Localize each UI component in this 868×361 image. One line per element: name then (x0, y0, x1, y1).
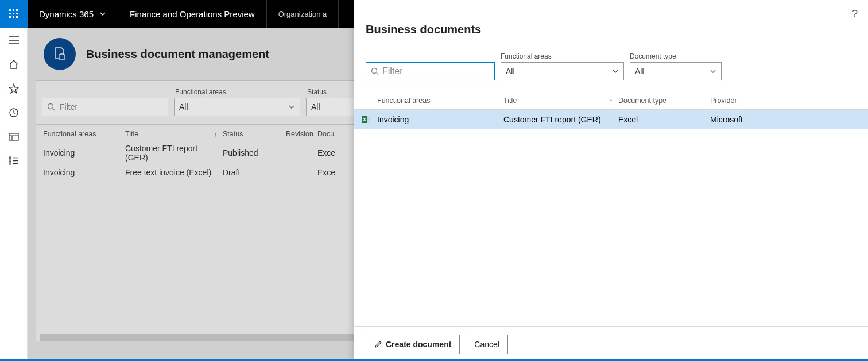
home-icon (9, 59, 19, 70)
chevron-down-icon (288, 103, 295, 110)
modal-filter-input[interactable]: Filter (366, 62, 495, 80)
table-empty-area (354, 129, 868, 326)
clock-icon (9, 107, 19, 118)
col-header-revision[interactable]: Revision (286, 130, 317, 138)
create-document-button[interactable]: Create document (366, 335, 460, 354)
search-icon (371, 67, 379, 75)
bg-functional-areas-select[interactable]: All (174, 98, 300, 116)
modal-functional-areas-label: Functional areas (501, 52, 624, 60)
svg-rect-2 (16, 9, 18, 11)
nav-favorites-button[interactable] (8, 83, 20, 94)
pencil-icon (374, 340, 382, 348)
product-name: Dynamics 365 (39, 9, 94, 19)
cancel-button[interactable]: Cancel (466, 335, 508, 354)
product-subtitle: Finance and Operations Preview (118, 0, 267, 28)
hamburger-icon (9, 36, 19, 44)
col-header-fa[interactable]: Functional areas (36, 130, 125, 138)
bg-functional-areas-label: Functional areas (174, 88, 300, 96)
page-title: Business document management (86, 48, 269, 61)
svg-rect-10 (9, 133, 18, 140)
nav-home-button[interactable] (8, 59, 20, 70)
modal-document-type-label: Document type (630, 52, 722, 60)
col-header-status[interactable]: Status (223, 130, 286, 138)
nav-modules-button[interactable] (8, 155, 20, 167)
svg-rect-19 (367, 119, 370, 121)
modal-table: Functional areas Title ↑ Document type P… (354, 91, 868, 327)
nav-workspaces-button[interactable] (8, 131, 20, 143)
workspace-icon (9, 133, 19, 141)
col-header-title[interactable]: Title ↑ (125, 130, 223, 138)
svg-rect-13 (9, 163, 11, 164)
modal-title: Business documents (354, 0, 868, 36)
nav-recent-button[interactable] (8, 107, 20, 118)
nav-menu-button[interactable] (8, 34, 20, 46)
col-header-document[interactable]: Docu (317, 130, 352, 138)
svg-rect-8 (16, 16, 18, 18)
mcol-header-fa[interactable]: Functional areas (377, 97, 503, 105)
page-icon (44, 38, 76, 70)
modal-functional-areas-select[interactable]: All (501, 62, 624, 80)
mcol-header-doc[interactable]: Document type (618, 97, 710, 105)
mcol-header-provider[interactable]: Provider (710, 97, 868, 105)
svg-rect-20 (367, 121, 370, 122)
help-button[interactable]: ? (852, 8, 858, 20)
svg-rect-5 (16, 13, 18, 14)
chevron-down-icon (710, 68, 716, 75)
svg-rect-1 (13, 9, 14, 11)
list-icon (9, 156, 19, 166)
modal-footer: Create document Cancel (354, 327, 868, 361)
svg-point-16 (372, 68, 377, 74)
svg-rect-18 (367, 117, 370, 118)
waffle-icon (9, 9, 18, 18)
svg-rect-7 (13, 16, 14, 18)
product-switcher[interactable]: Dynamics 365 (28, 0, 118, 28)
svg-rect-4 (13, 13, 14, 14)
svg-rect-12 (9, 160, 11, 162)
search-icon (47, 103, 55, 111)
document-briefcase-icon (52, 46, 68, 62)
svg-rect-11 (9, 157, 11, 159)
sort-ascending-icon: ↑ (610, 97, 613, 104)
svg-point-15 (48, 104, 53, 109)
svg-rect-3 (9, 13, 11, 14)
svg-rect-14 (59, 55, 65, 59)
svg-rect-6 (9, 16, 11, 18)
modal-document-type-select[interactable]: All (630, 62, 722, 80)
excel-icon (354, 115, 377, 124)
app-launcher-button[interactable] (0, 0, 28, 28)
chevron-down-icon (612, 68, 619, 75)
business-documents-modal: ? Business documents Filter Functional a… (354, 0, 868, 361)
sort-ascending-icon: ↑ (214, 130, 218, 137)
bg-status-select[interactable]: All (306, 98, 358, 116)
bg-status-label: Status (306, 88, 358, 96)
left-nav-rail (0, 28, 28, 361)
table-row[interactable]: Invoicing Customer FTI report (GER) Exce… (354, 110, 868, 129)
star-icon (9, 83, 19, 94)
breadcrumb[interactable]: Organization a (267, 0, 339, 28)
mcol-header-title[interactable]: Title ↑ (503, 97, 618, 105)
svg-rect-0 (9, 9, 11, 11)
bg-filter-input[interactable]: Filter (42, 98, 168, 116)
modal-table-head: Functional areas Title ↑ Document type P… (354, 91, 868, 110)
chevron-down-icon (99, 10, 106, 17)
modal-filter-row: Filter Functional areas All Document typ… (354, 36, 868, 86)
